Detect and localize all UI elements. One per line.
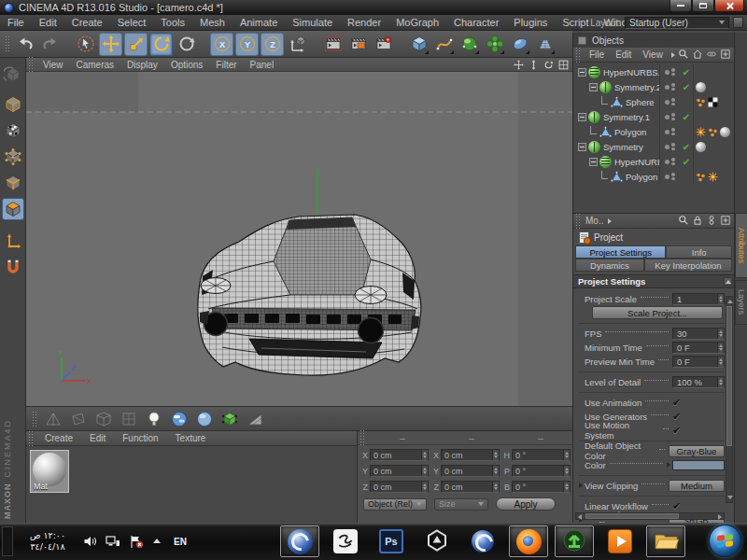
vertical-scrollbar[interactable] [726,296,733,503]
spinner-icon[interactable] [717,377,724,387]
selection-tag-icon[interactable] [708,172,718,182]
visibility-dots[interactable] [659,79,680,94]
value-input[interactable]: 0 F [672,356,725,368]
menu-edit[interactable]: Edit [32,17,64,28]
light-object-icon[interactable] [143,408,165,429]
palette-grip[interactable] [32,411,36,427]
materials-menu-function[interactable]: Function [114,433,166,443]
spinner-icon[interactable] [717,343,724,353]
dropdown-default-object-color[interactable]: Gray-Blue [669,445,725,457]
visibility-dots[interactable] [659,139,680,154]
spinner-icon[interactable] [421,482,428,492]
coords-input-b-2[interactable]: 0 ° [512,481,571,493]
viewport-menu-view[interactable]: View [36,60,70,70]
apply-button[interactable]: Apply [496,497,556,511]
viewport-menu-display[interactable]: Display [120,60,164,70]
viewport-scene[interactable]: Y X Z [26,72,572,406]
undo-icon[interactable] [13,33,36,56]
phong-tag-icon[interactable] [696,142,706,152]
render-settings-button[interactable] [372,33,395,56]
layout-select[interactable]: Startup (User) [625,17,729,29]
points-mode-button[interactable] [2,146,24,168]
taskbar-app-unity[interactable] [417,525,457,557]
materials-menu-edit[interactable]: Edit [81,433,114,443]
add-floor-button[interactable] [533,33,557,56]
checkbox-checked-icon[interactable]: ✔ [672,397,725,409]
home-icon[interactable] [692,49,703,62]
toggle-panels-icon[interactable] [558,60,569,72]
object-row[interactable]: Symmetry✔ [573,139,734,154]
tab-project-settings[interactable]: Project Settings [575,245,666,259]
enabled-check[interactable] [680,169,693,184]
material-item[interactable]: Mat [30,450,69,493]
viewport[interactable]: ViewCamerasDisplayOptionsFilterPanel Per… [26,58,572,406]
toolbar-grip[interactable] [5,35,9,52]
spinner-icon[interactable] [717,357,724,367]
visibility-dots[interactable] [659,109,680,124]
coords-input-y-0[interactable]: 0 cm [370,465,429,477]
minimize-button[interactable] [669,0,692,12]
enabled-check[interactable]: ✔ [680,109,693,124]
scale-tool-icon[interactable] [124,33,148,56]
dropdown-object-rel-[interactable]: Object (Rel) [363,498,427,511]
taskbar-app-zbrush[interactable] [326,525,365,557]
rotate-tool-icon[interactable] [149,33,173,56]
scroll-up-icon[interactable] [724,277,732,286]
add-generator-button[interactable] [458,33,481,56]
materials-grip[interactable] [28,430,33,447]
search-icon[interactable] [678,49,689,62]
selection-tag-icon[interactable] [696,127,706,137]
coords-input-x-1[interactable]: 0 cm [441,449,500,461]
rotate-view-icon[interactable] [543,60,554,72]
mode-menu[interactable]: Mo.. [584,216,605,226]
spinner-icon[interactable] [563,450,570,460]
history-icon[interactable] [706,215,717,228]
action-center-flag-icon[interactable] [129,535,144,549]
menu-mograph[interactable]: MoGraph [388,17,446,28]
polygons-mode-button[interactable] [2,198,24,220]
visibility-dots[interactable] [659,94,680,109]
taskbar-clock[interactable]: ١٢:٠٠ ص ٣٤/٠٤/١٨ [21,530,75,553]
tab-info[interactable]: Info [666,245,732,259]
add-spline-button[interactable] [432,33,456,56]
points-tag-icon[interactable] [696,172,706,182]
menu-file[interactable]: File [0,17,32,28]
materials-menu-texture[interactable]: Texture [167,433,215,443]
expander-icon[interactable] [578,113,586,121]
live-selection-icon[interactable] [74,33,97,56]
points-tag-icon[interactable] [696,97,706,107]
zoom-view-icon[interactable] [529,60,539,72]
visibility-dots[interactable] [659,169,680,184]
spinner-icon[interactable] [492,482,499,492]
spinner-icon[interactable] [421,466,428,476]
polygon-object-icon[interactable] [611,171,623,183]
car-wireframe-model[interactable] [198,215,421,375]
object-row[interactable]: Symmetry.2✔ [573,79,734,94]
dropdown-view-clipping[interactable]: Medium [669,480,725,492]
expander-icon[interactable] [578,68,586,77]
expander-icon[interactable] [589,83,598,91]
render-region-button[interactable] [346,33,370,56]
coords-input-z-1[interactable]: 0 cm [441,481,500,493]
phong-tag-icon[interactable] [720,127,730,137]
remove-icon[interactable] [706,49,717,62]
spinner-icon[interactable] [492,450,499,460]
color-swatch[interactable] [672,460,725,470]
pan-view-icon[interactable] [514,60,524,72]
coords-input-h-2[interactable]: 0 ° [512,449,571,461]
symmetry-icon[interactable] [588,141,600,153]
tab-dynamics[interactable]: Dynamics [575,259,644,272]
object-name[interactable]: Sphere [626,97,659,107]
viewport-menu-panel[interactable]: Panel [244,60,281,70]
add-environment-button[interactable] [508,33,531,56]
visibility-dots[interactable] [659,154,680,169]
lock-z-button[interactable]: Z [261,33,284,56]
expand-arrow-icon[interactable] [579,483,583,488]
close-button[interactable] [714,0,744,12]
menu-create[interactable]: Create [64,17,110,28]
taskbar-app-photoshop[interactable]: Ps [372,525,411,557]
add-icon[interactable] [720,215,731,228]
y-axis-handle[interactable] [316,168,319,221]
modeling-tool-2-icon[interactable] [67,408,90,429]
menu-select[interactable]: Select [110,17,154,28]
